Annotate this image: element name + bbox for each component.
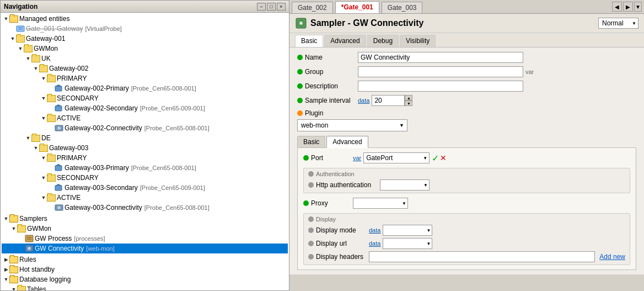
tree-item-primary-1[interactable]: ▼ PRIMARY (2, 73, 288, 83)
auth-section-dot (308, 171, 314, 177)
tree-label: GWMon (27, 225, 51, 232)
expander-gateway-002[interactable]: ▼ (33, 65, 39, 72)
tab-gate003[interactable]: Gate_003 (382, 2, 423, 13)
description-input[interactable] (358, 81, 523, 92)
plugin-label: Plugin (305, 109, 323, 117)
name-input[interactable] (358, 52, 523, 63)
tree-item-gateway-003[interactable]: ▼ Gateway-003 (2, 143, 288, 153)
tree-item-gwmon-2[interactable]: ▼ GWMon (2, 224, 288, 234)
sample-interval-data-tag[interactable]: data (358, 97, 369, 104)
display-headers-label: Display headers (316, 253, 363, 261)
expander-de[interactable]: ▼ (25, 135, 31, 141)
tree-item-gateway-002-primary[interactable]: Gateway-002-Primary [Probe_Cen65-008-001… (2, 83, 288, 93)
port-var-tag[interactable]: var (353, 155, 361, 161)
expander-managed-entities[interactable]: ▼ (3, 15, 9, 22)
proxy-select-wrapper (353, 198, 408, 209)
tree-item-gw-connectivity[interactable]: GW Connectivity [web-mon] (2, 244, 288, 253)
expander-active-1[interactable]: ▼ (40, 115, 47, 121)
expander-uk[interactable]: ▼ (25, 55, 31, 62)
tree-item-primary-2[interactable]: ▼ PRIMARY (2, 153, 288, 163)
expander-gwmon-2[interactable]: ▼ (10, 225, 17, 232)
expander-samplers[interactable]: ▼ (3, 215, 9, 222)
spin-down-btn[interactable]: ▼ (405, 100, 412, 106)
sample-interval-spinner[interactable]: ▲ ▼ (405, 95, 412, 106)
expander-gwmon-1[interactable]: ▼ (17, 45, 24, 52)
display-url-data-tag[interactable]: data (369, 240, 380, 247)
tab-gate002[interactable]: Gate_002 (292, 2, 333, 13)
expander-active-2[interactable]: ▼ (40, 194, 47, 201)
expander-secondary-1[interactable]: ▼ (40, 95, 47, 102)
display-mode-select-wrapper (383, 225, 432, 236)
nav-close-btn[interactable]: × (277, 3, 286, 10)
tree-item-managed-entities[interactable]: ▼ Managed entities (2, 14, 288, 24)
tree-item-uk[interactable]: ▼ UK (2, 54, 288, 64)
plugin-select[interactable]: web-mon (297, 119, 407, 131)
mode-select[interactable]: Normal Minimal Verbose (598, 18, 638, 29)
nav-minimize-btn[interactable]: − (257, 3, 266, 10)
display-url-select[interactable] (383, 238, 432, 249)
expander-gateway-003[interactable]: ▼ (33, 145, 39, 151)
port-delete-icon[interactable]: ✕ (440, 154, 447, 162)
inner-tab-debug[interactable]: Debug (367, 35, 399, 47)
expander-primary-1[interactable]: ▼ (40, 75, 47, 82)
expander-tables[interactable]: ▼ (10, 286, 17, 290)
tree-item-gateway-003-secondary[interactable]: Gateway-003-Secondary [Probe_Cen65-009-0… (2, 183, 288, 193)
tree-extra: [processes] (74, 235, 105, 242)
expander-secondary-2[interactable]: ▼ (40, 174, 47, 181)
tree-item-gateway-003-primary[interactable]: Gateway-003-Primary [Probe_Cen65-008-001… (2, 163, 288, 173)
inner-tab-basic[interactable]: Basic (295, 35, 323, 47)
plugin-tab-basic[interactable]: Basic (297, 136, 325, 147)
tab-gate001[interactable]: *Gate_001 (335, 1, 379, 13)
auth-section-title: Authentication (316, 171, 355, 177)
nav-controls: − □ × (257, 3, 286, 10)
tree-item-database-logging[interactable]: ▼ Database logging (2, 274, 288, 284)
tree-item-de[interactable]: ▼ DE (2, 133, 288, 143)
tab-prev-btn[interactable]: ◀ (612, 2, 622, 12)
expander-hot-standby[interactable]: ▶ (3, 266, 9, 273)
expander-empty (9, 25, 16, 32)
expander-database-logging[interactable]: ▼ (3, 276, 9, 283)
plugin-tab-advanced[interactable]: Advanced (326, 136, 368, 148)
inner-tab-visibility[interactable]: Visibility (400, 35, 436, 47)
tree-item-gwmon-1[interactable]: ▼ GWMon (2, 44, 288, 54)
tree-item-gw-process[interactable]: GW Process [processes] (2, 234, 288, 244)
tree-label: Gateway-003 (49, 144, 88, 152)
proxy-label: Proxy (311, 199, 328, 207)
tree-item-gateway-002-connectivity[interactable]: Gateway-002-Connectivity [Probe_Cen65-00… (2, 123, 288, 133)
expander-rules[interactable]: ▶ (3, 256, 9, 263)
tree-item-gateway-001[interactable]: ▼ Gateway-001 (2, 34, 288, 44)
display-headers-input[interactable] (369, 251, 595, 262)
tree-item-samplers[interactable]: ▼ Samplers (2, 214, 288, 224)
tree-label: UK (41, 55, 51, 62)
tree-item-gateway-003-connectivity[interactable]: Gateway-003-Connectivity [Probe_Cen65-00… (2, 203, 288, 213)
tree-item-active-1[interactable]: ▼ ACTIVE (2, 113, 288, 123)
nav-restore-btn[interactable]: □ (267, 3, 276, 10)
tab-menu-btn[interactable]: ▼ (634, 2, 642, 12)
tree-item-secondary-2[interactable]: ▼ SECONDARY (2, 173, 288, 183)
display-mode-select[interactable] (383, 225, 432, 236)
http-auth-select[interactable] (380, 179, 430, 191)
tree-item-active-2[interactable]: ▼ ACTIVE (2, 193, 288, 203)
tree-item-gate001-gateway[interactable]: Gate_001 Gateway [VirtualProbe] (2, 24, 288, 34)
spin-up-btn[interactable]: ▲ (405, 95, 412, 100)
add-new-link[interactable]: Add new (599, 253, 625, 261)
folder-managed-icon (9, 265, 18, 274)
sample-interval-input[interactable] (372, 95, 405, 106)
tree-item-gateway-002-secondary[interactable]: Gateway-002-Secondary [Probe_Cen65-009-0… (2, 103, 288, 113)
inner-tab-advanced[interactable]: Advanced (324, 35, 366, 47)
tree-item-rules[interactable]: ▶ Rules (2, 255, 288, 264)
tree-item-secondary-1[interactable]: ▼ SECONDARY (2, 93, 288, 103)
tree-item-gateway-002[interactable]: ▼ Gateway-002 (2, 64, 288, 73)
proxy-select[interactable] (353, 198, 408, 209)
tree-item-tables[interactable]: ▼ Tables (2, 284, 288, 290)
tree-item-hot-standby[interactable]: ▶ Hot standby (2, 264, 288, 274)
display-mode-data-tag[interactable]: data (369, 227, 380, 234)
port-select[interactable]: GatePort (363, 152, 430, 163)
tree-label: Gateway-003-Secondary (65, 184, 138, 192)
tab-next-btn[interactable]: ▶ (623, 2, 633, 12)
group-var-tag: var (525, 68, 534, 75)
expander-gateway-001[interactable]: ▼ (9, 35, 16, 42)
expander-primary-2[interactable]: ▼ (40, 155, 47, 161)
group-input[interactable] (358, 66, 523, 77)
folder-icon (47, 173, 56, 182)
